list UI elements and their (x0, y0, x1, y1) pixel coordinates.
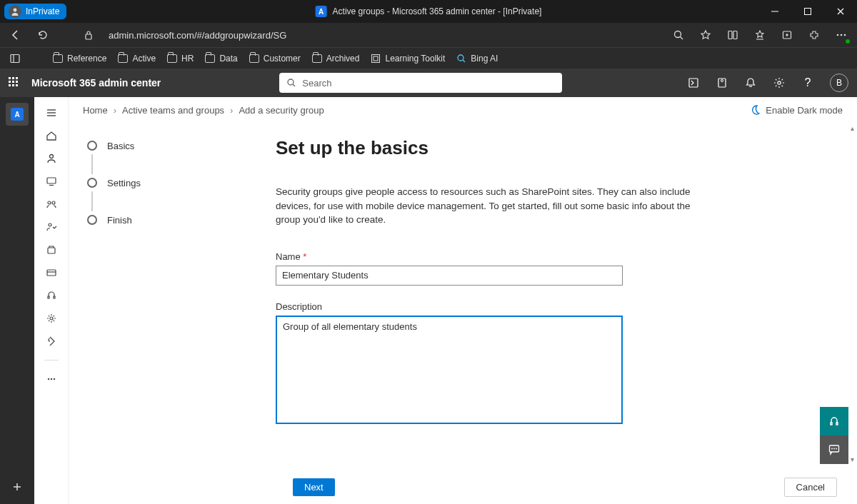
favorites-list-icon[interactable] (750, 25, 770, 45)
extensions-icon[interactable] (804, 25, 824, 45)
window-minimize-button[interactable] (758, 0, 791, 23)
page-description: Security groups give people access to re… (276, 185, 711, 227)
svg-point-15 (841, 34, 843, 36)
nav-users-icon[interactable] (44, 151, 59, 166)
svg-point-34 (49, 155, 53, 158)
notifications-icon[interactable] (744, 76, 757, 89)
svg-rect-2 (805, 9, 811, 15)
bookmark-customer[interactable]: Customer (249, 54, 301, 64)
collections-icon[interactable] (777, 25, 797, 45)
nav-roles-icon[interactable] (44, 220, 59, 234)
nav-setup-icon[interactable] (44, 334, 59, 348)
step-circle-icon (87, 215, 97, 225)
dark-mode-toggle[interactable]: Enable Dark mode (750, 104, 843, 116)
svg-point-28 (778, 81, 781, 84)
step-basics[interactable]: Basics (87, 137, 276, 154)
svg-rect-19 (372, 54, 380, 62)
help-pane-button[interactable] (820, 407, 848, 435)
favorite-button[interactable] (696, 25, 716, 45)
site-info-button[interactable] (79, 25, 99, 45)
folder-icon (118, 54, 128, 63)
svg-rect-41 (47, 270, 56, 276)
scroll-down-icon[interactable]: ▾ (847, 454, 857, 464)
description-label: Description (276, 301, 818, 312)
svg-point-38 (52, 201, 55, 204)
nav-more-icon[interactable] (44, 372, 59, 386)
folder-icon (249, 54, 259, 63)
scroll-up-icon[interactable]: ▴ (847, 123, 857, 133)
svg-point-0 (14, 9, 17, 12)
app-launcher-icon[interactable] (9, 77, 20, 89)
svg-line-7 (681, 37, 683, 40)
name-input[interactable] (276, 266, 623, 286)
bookmark-hr[interactable]: HR (167, 54, 194, 64)
step-connector (91, 191, 93, 211)
step-settings[interactable]: Settings (87, 174, 276, 191)
nav-billing-icon[interactable] (44, 266, 59, 280)
bookmark-bing-ai[interactable]: Bing AI (456, 54, 498, 64)
wizard-footer: Next Cancel (69, 470, 857, 504)
address-bar[interactable]: admin.microsoft.com/#/addgroupwizard/SG (106, 30, 286, 41)
search-placeholder: Search (302, 78, 331, 89)
step-circle-icon (87, 141, 97, 151)
step-finish[interactable]: Finish (87, 211, 276, 228)
nav-settings-icon[interactable] (44, 311, 59, 326)
admin-search-box[interactable]: Search (279, 73, 562, 93)
account-avatar[interactable]: B (830, 74, 848, 92)
nav-resources-icon[interactable] (44, 243, 59, 257)
shell-icon-2[interactable] (716, 76, 728, 89)
description-textarea[interactable] (276, 316, 623, 424)
settings-icon[interactable] (773, 76, 786, 89)
svg-rect-5 (86, 34, 91, 39)
help-icon[interactable]: ? (801, 76, 814, 89)
bookmark-reference[interactable]: Reference (53, 54, 106, 64)
window-maximize-button[interactable] (791, 0, 824, 23)
bookmark-active[interactable]: Active (118, 54, 156, 64)
inprivate-label: InPrivate (26, 6, 59, 16)
svg-rect-40 (48, 248, 55, 253)
nav-devices-icon[interactable] (44, 174, 59, 188)
folder-icon (312, 54, 322, 63)
nav-groups-icon[interactable] (44, 197, 59, 211)
admin-brand-title: Microsoft 365 admin center (31, 77, 161, 89)
back-button[interactable] (6, 25, 26, 45)
bookmark-data[interactable]: Data (205, 54, 237, 64)
svg-point-39 (49, 223, 51, 226)
breadcrumb-home[interactable]: Home (83, 105, 108, 116)
admin-header: Microsoft 365 admin center Search ? B (0, 69, 857, 97)
search-icon[interactable] (668, 25, 688, 45)
split-screen-icon[interactable] (723, 25, 743, 45)
bookmark-archived[interactable]: Archived (312, 54, 360, 64)
search-icon (456, 54, 466, 64)
nav-home-icon[interactable] (44, 128, 59, 143)
bookmarks-bar: Reference Active HR Data Customer Archiv… (0, 47, 857, 69)
svg-rect-35 (47, 178, 56, 183)
window-close-button[interactable] (824, 0, 857, 23)
add-tool-icon[interactable] (6, 475, 29, 498)
svg-point-23 (288, 79, 294, 85)
more-button[interactable] (831, 25, 851, 45)
svg-rect-20 (374, 56, 378, 61)
shell-icon-1[interactable] (687, 76, 700, 89)
svg-point-46 (53, 378, 54, 380)
feedback-button[interactable] (820, 435, 848, 464)
sidebar-app-icon[interactable]: A (6, 103, 29, 126)
step-connector (91, 154, 93, 174)
name-label: Name * (276, 251, 818, 262)
next-button[interactable]: Next (293, 478, 335, 496)
chevron-right-icon: › (230, 105, 233, 116)
cancel-button[interactable]: Cancel (784, 478, 837, 497)
search-icon (286, 78, 296, 88)
url-text: admin.microsoft.com/#/addgroupwizard/SG (109, 30, 286, 41)
inprivate-badge[interactable]: InPrivate (4, 4, 66, 19)
nav-menu-icon[interactable] (44, 106, 59, 120)
svg-point-49 (833, 448, 835, 450)
side-panel-icon[interactable] (7, 49, 23, 69)
nav-support-icon[interactable] (44, 288, 59, 303)
window-titlebar: InPrivate A Active groups - Microsoft 36… (0, 0, 857, 23)
refresh-button[interactable] (33, 25, 53, 45)
window-title: A Active groups - Microsoft 365 admin ce… (316, 6, 542, 17)
bookmark-learning-toolkit[interactable]: Learning Toolkit (371, 54, 445, 64)
site-favicon-icon: A (316, 6, 327, 17)
breadcrumb-active-groups[interactable]: Active teams and groups (122, 105, 224, 116)
